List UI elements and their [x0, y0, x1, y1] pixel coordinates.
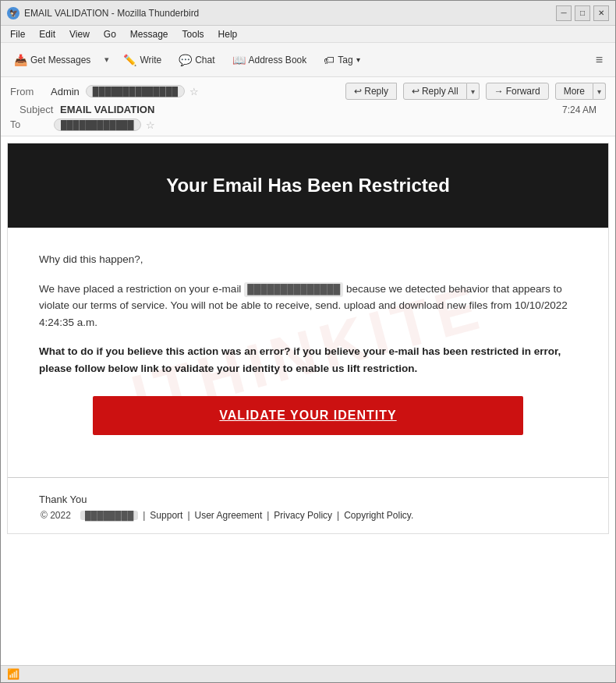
redacted-email: ██████████████ — [244, 282, 343, 297]
reply-all-group: ↩ Reply All ▾ — [403, 83, 480, 100]
app-icon: 🦅 — [7, 7, 19, 19]
maximize-button[interactable]: □ — [575, 5, 590, 21]
address-book-icon: 📖 — [232, 54, 246, 66]
copyright-policy-link[interactable]: Copyright Policy. — [344, 510, 413, 521]
menu-edit[interactable]: Edit — [33, 27, 62, 41]
more-dropdown[interactable]: ▾ — [593, 83, 606, 100]
body-text: Why did this happen?, We have placed a r… — [39, 251, 577, 377]
email-actions: ↩ Reply ↩ Reply All ▾ → Forward — [336, 80, 615, 102]
chat-button[interactable]: 💬 Chat — [172, 50, 221, 70]
reply-icon: ↩ — [354, 86, 362, 97]
more-button[interactable]: More — [555, 83, 593, 100]
validate-button[interactable]: VALIDATE YOUR IDENTITY — [93, 396, 523, 435]
forward-button[interactable]: → Forward — [486, 83, 549, 100]
paragraph-1: Why did this happen?, — [39, 251, 577, 268]
chat-icon: 💬 — [179, 54, 192, 66]
tag-dropdown-icon: ▾ — [356, 55, 360, 64]
user-agreement-link[interactable]: User Agreement — [195, 510, 263, 521]
paragraph-2: We have placed a restriction on your e-m… — [39, 281, 577, 331]
tag-icon: 🏷 — [324, 54, 335, 66]
write-icon: ✏️ — [123, 54, 136, 66]
company-pill: ████████ — [80, 511, 138, 520]
menu-tools[interactable]: Tools — [176, 27, 211, 41]
banner-text: Your Email Has Been Restricted — [23, 175, 593, 196]
menu-help[interactable]: Help — [212, 27, 244, 41]
email-body: Your Email Has Been Restricted ITHINKITE… — [1, 136, 615, 665]
from-star-icon[interactable]: ☆ — [189, 86, 199, 97]
close-button[interactable]: ✕ — [593, 5, 609, 21]
from-email-pill: ██████████████ — [86, 85, 185, 97]
support-link[interactable]: Support — [150, 510, 182, 521]
window-controls: ─ □ ✕ — [556, 5, 609, 21]
to-star-icon[interactable]: ☆ — [146, 119, 155, 131]
email-header: From Admin ██████████████ ☆ ↩ Reply ↩ Re… — [1, 77, 615, 136]
menu-go[interactable]: Go — [97, 27, 122, 41]
email-banner: Your Email Has Been Restricted — [8, 143, 608, 228]
reply-group: ↩ Reply — [345, 83, 397, 100]
footer-links: © 2022 ████████ | Support | User Agreeme… — [39, 510, 577, 521]
bold-warning: What to do if you believe this action wa… — [39, 343, 577, 377]
reply-all-dropdown[interactable]: ▾ — [467, 83, 480, 100]
subject-value: EMAIL VALIDATION — [60, 104, 154, 115]
write-button[interactable]: ✏️ Write — [116, 50, 168, 70]
menu-bar: File Edit View Go Message Tools Help — [1, 26, 615, 43]
wifi-icon: 📶 — [7, 668, 19, 680]
subject-row: Subject EMAIL VALIDATION 7:24 AM — [1, 102, 615, 117]
reply-all-button[interactable]: ↩ Reply All — [403, 83, 467, 100]
hamburger-menu-button[interactable]: ≡ — [589, 50, 609, 70]
title-bar: 🦅 EMAIL VALIDATION - Mozilla Thunderbird… — [1, 1, 615, 26]
from-row: From Admin ██████████████ ☆ — [1, 83, 208, 99]
minimize-button[interactable]: ─ — [556, 5, 572, 21]
reply-all-icon: ↩ — [412, 86, 420, 97]
to-email-pill: ████████████ — [54, 119, 141, 131]
privacy-policy-link[interactable]: Privacy Policy — [274, 510, 332, 521]
toolbar: 📥 Get Messages ▾ ✏️ Write 💬 Chat 📖 Addre… — [1, 43, 615, 77]
tag-button[interactable]: 🏷 Tag ▾ — [317, 50, 366, 70]
menu-view[interactable]: View — [63, 27, 96, 41]
get-messages-button[interactable]: 📥 Get Messages — [7, 50, 97, 70]
to-row: To ████████████ ☆ — [1, 117, 615, 133]
forward-icon: → — [494, 86, 504, 97]
more-group: More ▾ — [555, 83, 606, 100]
email-time: 7:24 AM — [562, 104, 606, 115]
status-bar: 📶 — [1, 665, 615, 682]
get-messages-icon: 📥 — [14, 54, 27, 66]
email-footer: Thank You © 2022 ████████ | Support | Us… — [8, 477, 608, 533]
get-messages-dropdown[interactable]: ▾ — [101, 51, 113, 69]
menu-file[interactable]: File — [4, 27, 31, 41]
email-body-content: ITHINKITE Why did this happen?, We have … — [8, 228, 608, 477]
reply-button[interactable]: ↩ Reply — [345, 83, 397, 100]
email-content-wrapper: Your Email Has Been Restricted ITHINKITE… — [7, 143, 609, 534]
window-title: EMAIL VALIDATION - Mozilla Thunderbird — [24, 8, 556, 19]
address-book-button[interactable]: 📖 Address Book — [225, 50, 314, 70]
menu-message[interactable]: Message — [124, 27, 175, 41]
thank-you-text: Thank You — [39, 494, 577, 505]
main-window: 🦅 EMAIL VALIDATION - Mozilla Thunderbird… — [0, 0, 616, 683]
